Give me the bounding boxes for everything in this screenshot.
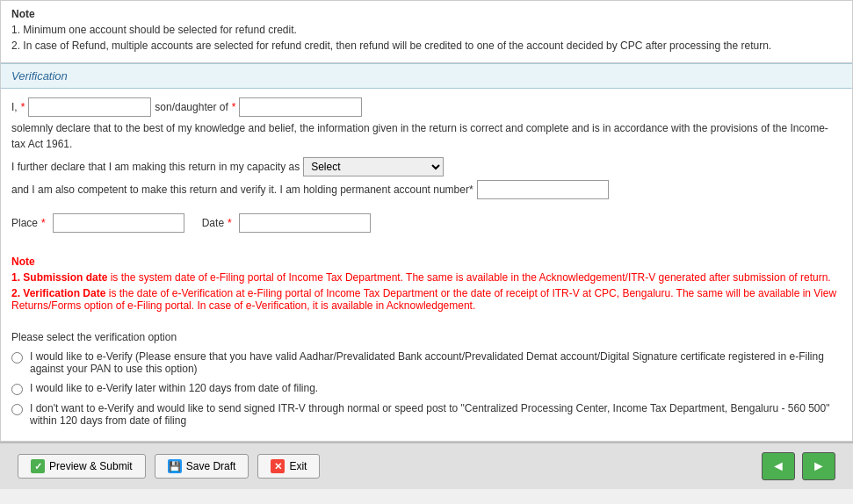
note-1: 1. Minimum one account should be selecte… — [11, 24, 842, 36]
prev-nav-button[interactable]: ◄ — [762, 452, 795, 480]
capacity-row: I further declare that I am making this … — [11, 157, 842, 199]
required-star-1: * — [21, 101, 25, 113]
preview-submit-icon: ✓ — [31, 459, 45, 473]
footer-left: ✓ Preview & Submit 💾 Save Draft ✕ Exit — [18, 454, 320, 479]
option-1-radio[interactable] — [11, 352, 23, 364]
taxpayer-name-input[interactable] — [28, 97, 151, 117]
exit-label: Exit — [289, 460, 307, 472]
red-note-2: 2. Verification Date is the date of e-Ve… — [11, 287, 842, 312]
verification-option-section: Please select the verification option I … — [1, 324, 852, 441]
note-section: Note 1. Minimum one account should be se… — [1, 1, 852, 63]
son-daughter-label: son/daughter of — [155, 101, 228, 113]
red-note-2-label: 2. Verification Date — [11, 287, 105, 299]
declaration-text: solemnly declare that to the best of my … — [11, 120, 842, 152]
red-note-1-label: 1. Submission date — [11, 271, 107, 284]
option-3-row: I don't want to e-Verify and would like … — [11, 402, 842, 427]
exit-button[interactable]: ✕ Exit — [257, 454, 320, 479]
note-2: 2. In case of Refund, multiple accounts … — [11, 40, 842, 52]
capacity-label: I further declare that I am making this … — [11, 161, 300, 173]
place-label-group: Place * — [11, 213, 184, 233]
parent-name-input[interactable] — [239, 97, 362, 117]
preview-submit-button[interactable]: ✓ Preview & Submit — [18, 454, 146, 479]
verification-header: Verification — [1, 63, 852, 89]
save-draft-icon: 💾 — [168, 459, 182, 473]
preview-submit-label: Preview & Submit — [49, 460, 133, 472]
main-container: Note 1. Minimum one account should be se… — [0, 0, 853, 442]
prev-nav-icon: ◄ — [771, 458, 785, 474]
place-input[interactable] — [53, 213, 184, 233]
option-1-text: I would like to e-Verify (Please ensure … — [30, 350, 842, 375]
capacity-select[interactable]: Select Individual HUF Company Firm Other… — [303, 157, 444, 176]
next-nav-button[interactable]: ► — [802, 452, 835, 480]
option-3-radio[interactable] — [11, 404, 23, 415]
option-1-row: I would like to e-Verify (Please ensure … — [11, 350, 842, 375]
option-2-radio[interactable] — [11, 384, 23, 395]
option-3-text: I don't want to e-Verify and would like … — [30, 402, 842, 427]
red-note-2-text: is the date of e-Verification at e-Filin… — [11, 287, 836, 312]
date-label-group: Date * — [202, 213, 371, 233]
verification-option-title: Please select the verification option — [11, 331, 842, 343]
save-draft-label: Save Draft — [186, 460, 236, 472]
red-note-title: Note — [11, 256, 842, 268]
exit-icon: ✕ — [271, 459, 285, 473]
declaration-row: I, * son/daughter of * solemnly declare … — [11, 97, 842, 152]
save-draft-button[interactable]: 💾 Save Draft — [155, 454, 249, 479]
place-label: Place — [11, 217, 38, 229]
place-date-row: Place * Date * — [1, 213, 852, 241]
capacity-suffix: and I am also competent to make this ret… — [11, 184, 473, 196]
i-prefix: I, — [11, 101, 18, 113]
option-2-row: I would like to e-Verify later within 12… — [11, 382, 842, 395]
date-label: Date — [202, 217, 224, 229]
option-2-text: I would like to e-Verify later within 12… — [30, 382, 318, 394]
next-nav-icon: ► — [812, 458, 826, 474]
footer-bar: ✓ Preview & Submit 💾 Save Draft ✕ Exit ◄… — [0, 442, 853, 489]
footer-right: ◄ ► — [762, 452, 835, 480]
place-required-star: * — [41, 217, 46, 229]
required-star-2: * — [232, 101, 236, 113]
note-title: Note — [11, 8, 842, 20]
red-note-1-text: is the system date of e-Filing portal of… — [111, 271, 831, 284]
red-note-1: 1. Submission date is the system date of… — [11, 271, 842, 284]
verification-title: Verification — [11, 69, 68, 83]
date-input[interactable] — [239, 213, 371, 233]
pan-number-input[interactable] — [477, 180, 609, 199]
verification-body: I, * son/daughter of * solemnly declare … — [1, 89, 852, 213]
date-required-star: * — [228, 217, 232, 229]
red-note-section: Note 1. Submission date is the system da… — [1, 250, 852, 324]
